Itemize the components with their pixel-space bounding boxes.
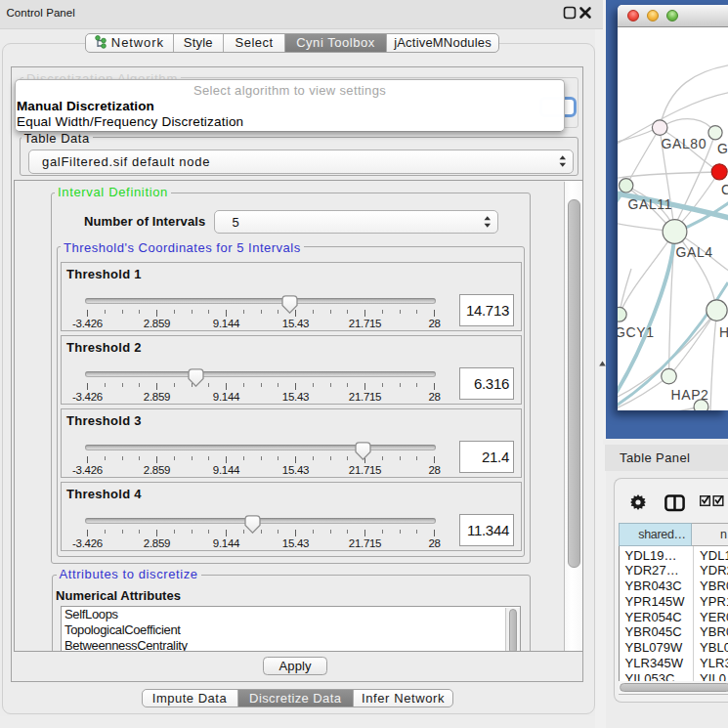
svg-text:GA: GA xyxy=(717,141,728,156)
svg-text:GAL80: GAL80 xyxy=(662,136,707,151)
svg-text:H: H xyxy=(719,324,728,340)
svg-text:GCY1: GCY1 xyxy=(618,324,655,340)
svg-text:HAP2: HAP2 xyxy=(671,387,709,403)
svg-text:C: C xyxy=(721,182,728,197)
svg-text:GAL11: GAL11 xyxy=(628,196,673,212)
svg-text:GAL4: GAL4 xyxy=(676,244,713,260)
